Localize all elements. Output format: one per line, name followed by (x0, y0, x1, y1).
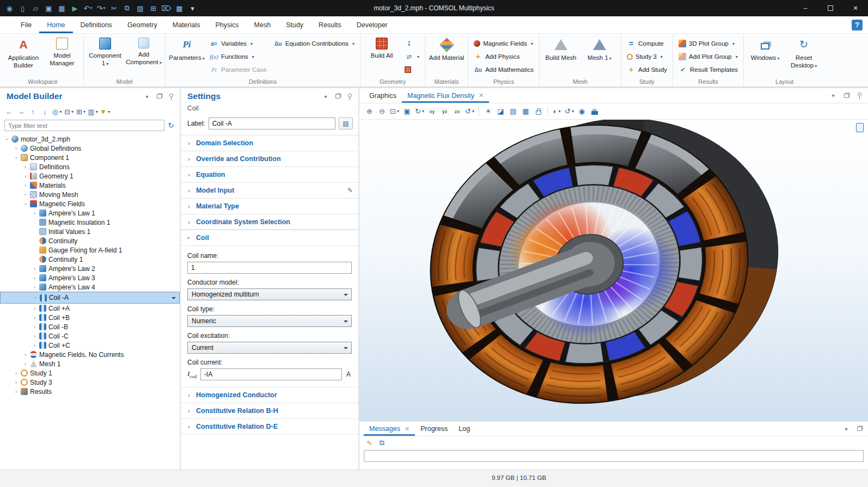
windows-button[interactable]: Windows▾ (747, 34, 784, 77)
mesh-1-button[interactable]: Mesh 1▾ (581, 34, 618, 77)
new-file-icon[interactable]: ▯ (16, 2, 29, 15)
add-mathematics-button[interactable]: Δu Add Mathematics (471, 64, 536, 76)
expand-icon[interactable]: › (23, 192, 28, 198)
expand-icon[interactable]: › (23, 164, 28, 170)
section-domain-selection[interactable]: ›Domain Selection (181, 135, 358, 151)
pin-panel-icon[interactable] (855, 91, 864, 100)
tree-item-moving-mesh[interactable]: ›Moving Mesh (0, 190, 180, 199)
add-material-button[interactable]: Add Material (428, 34, 465, 77)
conductor-model-select[interactable]: Homogenized multiturn (187, 288, 352, 300)
cut-icon[interactable]: ✂ (108, 2, 120, 15)
zoom-selected-icon[interactable]: ⊡▾ (389, 106, 400, 117)
tree-item-continuity[interactable]: Continuity (0, 236, 180, 245)
tree-item-coil-c[interactable]: ›Coil -C (0, 331, 180, 341)
menu-tab-results[interactable]: Results (311, 16, 349, 33)
zoom-extents-icon[interactable]: ▣ (401, 106, 413, 117)
zoom-in-icon[interactable]: ⊕ (364, 106, 375, 117)
panel-menu-icon[interactable]: ▾ (143, 92, 151, 101)
tree-item-mesh-1[interactable]: ›Mesh 1 (0, 359, 180, 368)
zoom-out-icon[interactable]: ⊖ (376, 106, 388, 117)
float-panel-icon[interactable] (333, 92, 342, 101)
build-all-button[interactable]: Build All (363, 34, 400, 77)
tab-magnetic-flux-density[interactable]: Magnetic Flux Density ✕ (402, 88, 489, 103)
view-zx-icon[interactable]: zx (451, 106, 463, 117)
float-panel-icon[interactable] (842, 91, 851, 100)
undo-icon[interactable]: ↶▾ (82, 2, 94, 15)
show-icon[interactable]: ◎▾ (51, 106, 63, 118)
expand-icon[interactable]: › (32, 324, 37, 330)
node-label-input[interactable] (209, 118, 335, 130)
section-constitutive-relation-b-h[interactable]: ›Constitutive Relation B-H (181, 403, 358, 418)
expand-icon[interactable]: › (23, 361, 28, 367)
section-homogenized-conductor[interactable]: ›Homogenized Conductor (181, 387, 358, 403)
menu-tab-materials[interactable]: Materials (165, 16, 208, 33)
livelink-button[interactable]: ⇄▾ (402, 51, 422, 63)
clear-sequences-icon[interactable]: ▩ (173, 2, 186, 15)
tab-graphics[interactable]: Graphics (364, 88, 402, 103)
expand-icon[interactable]: › (23, 174, 28, 179)
application-builder-button[interactable]: A Application Builder (5, 34, 42, 77)
environment-icon[interactable]: ↺▾ (564, 106, 575, 117)
virtual-operations-button[interactable] (402, 64, 422, 76)
expand-icon[interactable]: › (32, 266, 37, 272)
menu-tab-geometry[interactable]: Geometry (120, 16, 165, 33)
section-model-input[interactable]: ›Model Input✎ (181, 182, 358, 198)
toggle-name-button[interactable]: ▤ (339, 118, 353, 130)
functions-button[interactable]: f(x) Functions▾ (207, 51, 270, 63)
parameter-case-button[interactable]: Pi Parameter Case (207, 64, 270, 76)
tree-item-global-definitions[interactable]: ›Global Definitions (0, 144, 180, 153)
transparency-icon[interactable]: ◪ (495, 106, 506, 117)
expand-icon[interactable]: › (32, 275, 37, 281)
coil-current-input[interactable] (200, 368, 342, 380)
expand-icon[interactable]: › (23, 183, 28, 188)
plot-group-3d-button[interactable]: 3D Plot Group▾ (676, 38, 741, 50)
reset-desktop-button[interactable]: ↻ Reset Desktop▾ (785, 34, 822, 77)
parameters-button[interactable]: Pi Parameters▾ (168, 34, 205, 77)
maximize-button[interactable] (818, 0, 843, 16)
view-xy-icon[interactable]: xy (426, 106, 438, 117)
collapse-icon[interactable]: › (23, 201, 28, 206)
plot-info-icon[interactable] (856, 123, 864, 132)
section-coordinate-system-selection[interactable]: ›Coordinate System Selection (181, 214, 358, 230)
study-3-button[interactable]: Study 3▾ (624, 51, 670, 63)
tree-item-amp-re-s-law-4[interactable]: ›Ampère's Law 4 (0, 282, 180, 292)
menu-tab-definitions[interactable]: Definitions (73, 16, 120, 33)
tree-item-coil-b[interactable]: ›Coil +B (0, 313, 180, 322)
clear-messages-icon[interactable]: ✎ (364, 437, 375, 449)
comsol-logo-icon[interactable]: ◉ (3, 2, 16, 15)
tab-messages[interactable]: Messages ✕ (364, 422, 415, 436)
copy-text-icon[interactable]: ⧉ (376, 437, 388, 449)
add-study-button[interactable]: + Add Study (624, 64, 670, 76)
expand-icon[interactable]: › (14, 389, 19, 394)
tree-item-materials[interactable]: ›Materials (0, 181, 180, 190)
messages-content[interactable] (364, 450, 864, 462)
tree-item-continuity-1[interactable]: Continuity 1 (0, 255, 180, 264)
tree-item-coil-a[interactable]: ›Coil -A (0, 292, 180, 304)
move-up-icon[interactable]: ↑ (27, 106, 39, 118)
tree-item-amp-re-s-law-3[interactable]: ›Ampère's Law 3 (0, 273, 180, 282)
pin-panel-icon[interactable] (167, 92, 175, 101)
build-mesh-button[interactable]: Build Mesh (542, 34, 579, 77)
expand-icon[interactable]: › (32, 211, 37, 216)
expand-icon[interactable]: › (32, 285, 37, 290)
close-tab-icon[interactable]: ✕ (479, 92, 484, 99)
tree-item-study-1[interactable]: ›Study 1 (0, 368, 180, 378)
filter-icon[interactable]: ▼▾ (99, 106, 111, 118)
lock-axis-icon[interactable] (533, 106, 544, 117)
panel-menu-icon[interactable]: ▾ (321, 92, 330, 101)
view-orientation-icon[interactable]: ↻▾ (414, 106, 425, 117)
collapse-icon[interactable]: › (14, 155, 19, 160)
go-back-icon[interactable]: ← (3, 106, 15, 118)
tree-item-motor-3d-2-mph[interactable]: ›motor_3d_2.mph (0, 134, 180, 144)
expand-icon[interactable]: › (14, 380, 19, 385)
minimize-button[interactable]: – (793, 0, 818, 16)
redo-icon[interactable]: ↷▾ (95, 2, 107, 15)
snapshot-icon[interactable]: ◉ (576, 106, 588, 117)
float-panel-icon[interactable] (855, 424, 864, 433)
section-equation[interactable]: ›Equation (181, 167, 358, 182)
menu-tab-developer[interactable]: Developer (349, 16, 395, 33)
color-theme-icon[interactable]: ◐▾ (551, 106, 563, 117)
tree-item-initial-values-1[interactable]: Initial Values 1 (0, 227, 180, 236)
expand-icon[interactable]: › (23, 352, 28, 357)
expand-icon[interactable]: › (32, 334, 37, 339)
